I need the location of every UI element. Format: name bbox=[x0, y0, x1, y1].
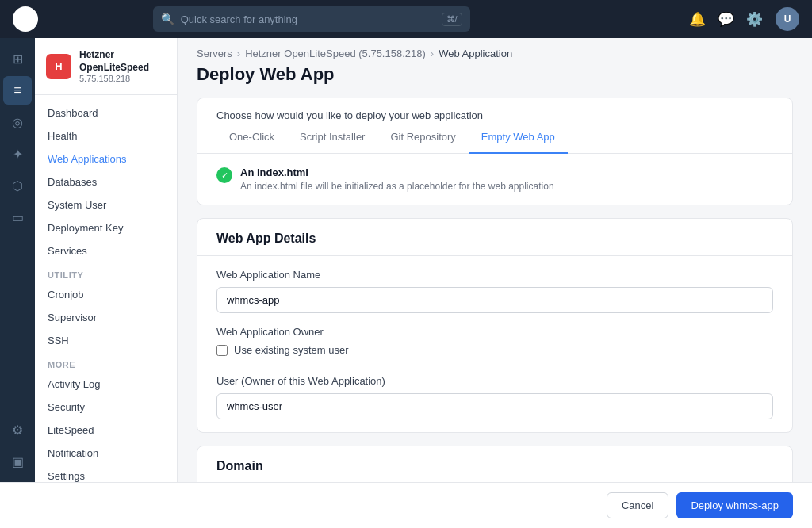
sidebar-item-web-applications[interactable]: Web Applications bbox=[35, 147, 177, 170]
breadcrumb-sep-1: › bbox=[237, 48, 240, 59]
app-name-input[interactable] bbox=[216, 287, 773, 313]
sidebar-item-cronjob[interactable]: Cronjob bbox=[35, 283, 177, 306]
sidebar-item-dashboard[interactable]: Dashboard bbox=[35, 101, 177, 124]
logo[interactable] bbox=[13, 6, 38, 32]
sidebar-utility-label: Utility bbox=[35, 262, 177, 283]
tab-empty-web-app[interactable]: Empty Web App bbox=[469, 121, 568, 154]
user-label: User (Owner of this Web Application) bbox=[216, 375, 773, 387]
app-owner-group: Web Application Owner Use existing syste… bbox=[197, 326, 792, 375]
existing-user-checkbox[interactable] bbox=[216, 345, 228, 356]
sidebar-item-activity-log[interactable]: Activity Log bbox=[35, 373, 177, 396]
sidebar-item-supervisor[interactable]: Supervisor bbox=[35, 306, 177, 329]
icon-rail: ⊞ ≡ ◎ ✦ ⬡ ▭ ⚙ ▣ bbox=[0, 38, 35, 482]
tab-one-click[interactable]: One-Click bbox=[216, 121, 287, 154]
breadcrumb-server-name[interactable]: Hetzner OpenLiteSpeed (5.75.158.218) bbox=[245, 48, 426, 59]
nav-right-actions: 🔔 💬 ⚙️ U bbox=[690, 7, 799, 31]
sidebar-more-label: More bbox=[35, 352, 177, 373]
rail-document-icon[interactable]: ≡ bbox=[3, 76, 32, 105]
sidebar-menu: Dashboard Health Web Applications Databa… bbox=[35, 95, 177, 482]
user-input[interactable] bbox=[216, 393, 773, 419]
main-content: Servers › Hetzner OpenLiteSpeed (5.75.15… bbox=[178, 38, 812, 482]
rail-shield-icon[interactable]: ⬡ bbox=[3, 171, 32, 200]
tab-script-installer[interactable]: Script Installer bbox=[287, 121, 377, 154]
bottom-bar: Cancel Deploy whmcs-app bbox=[0, 482, 812, 528]
chat-icon[interactable]: 💬 bbox=[718, 11, 734, 27]
sidebar-item-health[interactable]: Health bbox=[35, 124, 177, 147]
breadcrumb-sep-2: › bbox=[431, 48, 434, 59]
sidebar-item-ssh[interactable]: SSH bbox=[35, 329, 177, 352]
app-name-group: Web Application Name bbox=[197, 256, 792, 326]
server-icon: H bbox=[46, 54, 71, 79]
existing-user-label: Use existing system user bbox=[234, 344, 349, 356]
rail-star-icon[interactable]: ✦ bbox=[3, 140, 32, 168]
server-ip: 5.75.158.218 bbox=[79, 74, 166, 83]
breadcrumb-current: Web Application bbox=[439, 48, 512, 59]
breadcrumb: Servers › Hetzner OpenLiteSpeed (5.75.15… bbox=[178, 38, 812, 59]
sidebar-item-notification[interactable]: Notification bbox=[35, 442, 177, 465]
page-title: Deploy Web App bbox=[178, 59, 812, 98]
sidebar-item-deployment-key[interactable]: Deployment Key bbox=[35, 216, 177, 239]
sidebar-item-system-user[interactable]: System User bbox=[35, 193, 177, 216]
sidebar-item-litespeed[interactable]: LiteSpeed bbox=[35, 419, 177, 442]
domain-card: Domain Domain Name bbox=[197, 446, 793, 482]
sidebar: H Hetzner OpenLiteSpeed 5.75.158.218 Das… bbox=[35, 38, 178, 482]
rail-storage-icon[interactable]: ▣ bbox=[3, 447, 32, 476]
server-name: Hetzner OpenLiteSpeed bbox=[79, 49, 166, 74]
sidebar-item-databases[interactable]: Databases bbox=[35, 170, 177, 193]
rail-grid-icon[interactable]: ⊞ bbox=[3, 44, 32, 73]
deploy-button[interactable]: Deploy whmcs-app bbox=[676, 492, 793, 518]
cancel-button[interactable]: Cancel bbox=[607, 492, 668, 518]
notice-description: An index.html file will be initialized a… bbox=[240, 181, 554, 192]
user-owner-group: User (Owner of this Web Application) bbox=[197, 375, 792, 432]
search-placeholder: Quick search for anything bbox=[181, 13, 297, 25]
settings-gear-icon[interactable]: ⚙️ bbox=[747, 11, 763, 27]
top-navigation: 🔍 Quick search for anything ⌘/ 🔔 💬 ⚙️ U bbox=[0, 0, 812, 38]
keyboard-shortcut: ⌘/ bbox=[442, 13, 462, 26]
sidebar-item-security[interactable]: Security bbox=[35, 396, 177, 419]
deploy-card: Choose how would you like to deploy your… bbox=[197, 98, 793, 205]
breadcrumb-servers[interactable]: Servers bbox=[197, 48, 232, 59]
rail-globe-icon[interactable]: ◎ bbox=[3, 108, 32, 136]
check-circle-icon: ✓ bbox=[216, 167, 232, 183]
notice-title: An index.html bbox=[240, 166, 554, 178]
details-section-title: Web App Details bbox=[197, 219, 792, 256]
domain-section-title: Domain bbox=[197, 446, 792, 482]
search-bar[interactable]: 🔍 Quick search for anything ⌘/ bbox=[153, 6, 470, 32]
sidebar-item-services[interactable]: Services bbox=[35, 239, 177, 262]
app-owner-label: Web Application Owner bbox=[216, 326, 773, 338]
deploy-tabs: One-Click Script Installer Git Repositor… bbox=[197, 121, 792, 154]
rail-settings-icon[interactable]: ⚙ bbox=[3, 415, 32, 444]
server-header[interactable]: H Hetzner OpenLiteSpeed 5.75.158.218 bbox=[35, 38, 177, 95]
app-name-label: Web Application Name bbox=[216, 269, 773, 281]
notification-bell-icon[interactable]: 🔔 bbox=[690, 11, 706, 27]
user-avatar[interactable]: U bbox=[776, 7, 799, 31]
index-html-notice: ✓ An index.html An index.html file will … bbox=[197, 154, 792, 205]
search-icon: 🔍 bbox=[161, 13, 174, 25]
deploy-description: Choose how would you like to deploy your… bbox=[197, 98, 792, 121]
sidebar-item-settings[interactable]: Settings bbox=[35, 465, 177, 482]
web-app-details-card: Web App Details Web Application Name Web… bbox=[197, 218, 793, 433]
tab-git-repository[interactable]: Git Repository bbox=[377, 121, 468, 154]
rail-monitor-icon[interactable]: ▭ bbox=[3, 203, 32, 231]
existing-user-checkbox-row: Use existing system user bbox=[216, 344, 773, 356]
